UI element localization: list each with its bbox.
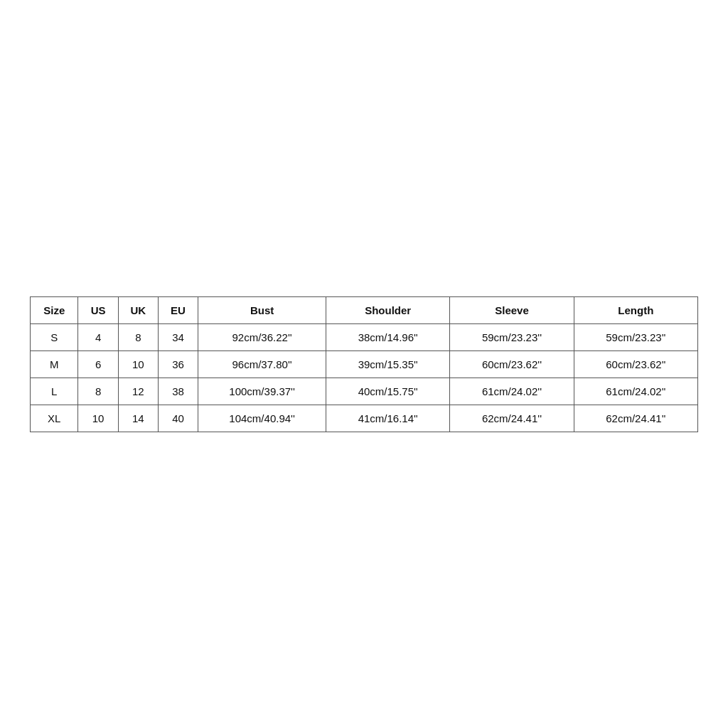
cell-us: 6 bbox=[78, 350, 118, 378]
cell-shoulder: 39cm/15.35'' bbox=[326, 350, 450, 378]
header-bust: Bust bbox=[198, 296, 326, 323]
cell-shoulder: 40cm/15.75'' bbox=[326, 378, 450, 405]
cell-shoulder: 38cm/14.96'' bbox=[326, 323, 450, 350]
cell-shoulder: 41cm/16.14'' bbox=[326, 405, 450, 432]
table-row: L81238100cm/39.37''40cm/15.75''61cm/24.0… bbox=[31, 378, 698, 405]
cell-sleeve: 60cm/23.62'' bbox=[450, 350, 574, 378]
cell-bust: 104cm/40.94'' bbox=[198, 405, 326, 432]
header-us: US bbox=[78, 296, 118, 323]
header-sleeve: Sleeve bbox=[450, 296, 574, 323]
header-eu: EU bbox=[158, 296, 198, 323]
cell-bust: 92cm/36.22'' bbox=[198, 323, 326, 350]
size-chart-table: Size US UK EU Bust Shoulder Sleeve Lengt… bbox=[30, 296, 698, 432]
header-length: Length bbox=[574, 296, 697, 323]
cell-us: 8 bbox=[78, 378, 118, 405]
cell-uk: 14 bbox=[118, 405, 158, 432]
cell-eu: 40 bbox=[158, 405, 198, 432]
cell-length: 62cm/24.41'' bbox=[574, 405, 697, 432]
table-header-row: Size US UK EU Bust Shoulder Sleeve Lengt… bbox=[31, 296, 698, 323]
table-row: XL101440104cm/40.94''41cm/16.14''62cm/24… bbox=[31, 405, 698, 432]
table-row: S483492cm/36.22''38cm/14.96''59cm/23.23'… bbox=[31, 323, 698, 350]
cell-sleeve: 61cm/24.02'' bbox=[450, 378, 574, 405]
cell-sleeve: 62cm/24.41'' bbox=[450, 405, 574, 432]
header-uk: UK bbox=[118, 296, 158, 323]
cell-length: 59cm/23.23'' bbox=[574, 323, 697, 350]
cell-us: 4 bbox=[78, 323, 118, 350]
cell-bust: 100cm/39.37'' bbox=[198, 378, 326, 405]
cell-uk: 8 bbox=[118, 323, 158, 350]
cell-eu: 34 bbox=[158, 323, 198, 350]
cell-sleeve: 59cm/23.23'' bbox=[450, 323, 574, 350]
header-shoulder: Shoulder bbox=[326, 296, 450, 323]
cell-uk: 10 bbox=[118, 350, 158, 378]
cell-eu: 38 bbox=[158, 378, 198, 405]
size-chart-wrapper: Size US UK EU Bust Shoulder Sleeve Lengt… bbox=[0, 282, 728, 446]
cell-length: 60cm/23.62'' bbox=[574, 350, 697, 378]
table-row: M6103696cm/37.80''39cm/15.35''60cm/23.62… bbox=[31, 350, 698, 378]
cell-size: L bbox=[31, 378, 78, 405]
cell-size: XL bbox=[31, 405, 78, 432]
header-size: Size bbox=[31, 296, 78, 323]
cell-us: 10 bbox=[78, 405, 118, 432]
cell-uk: 12 bbox=[118, 378, 158, 405]
cell-eu: 36 bbox=[158, 350, 198, 378]
cell-size: S bbox=[31, 323, 78, 350]
cell-bust: 96cm/37.80'' bbox=[198, 350, 326, 378]
cell-length: 61cm/24.02'' bbox=[574, 378, 697, 405]
cell-size: M bbox=[31, 350, 78, 378]
